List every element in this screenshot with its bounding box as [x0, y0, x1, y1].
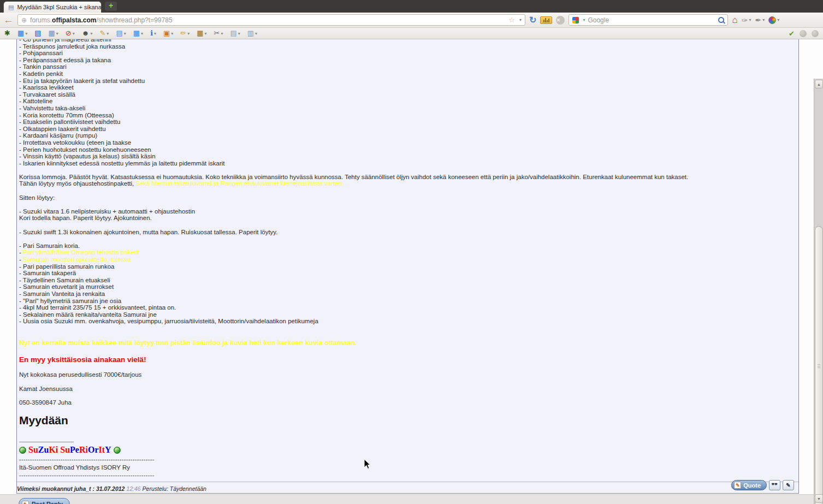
- post-text-line: - Olkatappien laakerit vaihdettu: [19, 126, 794, 133]
- post-text-line: - Pari paperillista samurain runkoa: [19, 263, 794, 270]
- blank-line: [19, 167, 794, 174]
- post-text-line: - Iskarien kiinnitykset edessä nostettu …: [19, 160, 794, 167]
- post-text-line: - Samurain takaperä: [19, 270, 794, 277]
- reload-button[interactable]: ↻: [529, 15, 536, 25]
- status-circle-icon[interactable]: [800, 30, 807, 37]
- signature-team-name: SuZuKi SuPeRiOrItY: [28, 445, 111, 455]
- post-footer-divider: [17, 482, 798, 482]
- quick-reply-button[interactable]: ✎: [783, 480, 794, 490]
- back-button[interactable]: ←: [3, 15, 14, 25]
- blank-line: [19, 378, 794, 386]
- calendar-icon[interactable]: ▦▾: [49, 29, 58, 37]
- post-text-line: - Kaarissa levikkeet: [19, 84, 794, 91]
- user-icon-dropdown[interactable]: ▾: [90, 31, 92, 36]
- document-icon-dropdown[interactable]: ▾: [255, 31, 257, 36]
- search-engine-icon[interactable]: [572, 17, 579, 23]
- blank-line: [19, 235, 794, 242]
- post-text-line: - Sekalainen määrä renkaita/vanteita Sam…: [19, 311, 794, 318]
- highlight-line-yellow: Nyt en kerralla muista kaikkee mitä löyt…: [19, 339, 794, 348]
- home-button[interactable]: ⌂: [732, 15, 737, 26]
- photo-icon-dropdown[interactable]: ▾: [205, 31, 207, 36]
- archive-icon[interactable]: ▣▾: [163, 29, 173, 37]
- colorwheel-dropdown-icon[interactable]: ▾: [777, 17, 779, 22]
- document-icon[interactable]: ▥▾: [247, 29, 257, 37]
- user-icon[interactable]: ☻▾: [82, 29, 93, 37]
- folder-image-icon-dropdown[interactable]: ▾: [141, 31, 143, 36]
- post-text: -: [19, 256, 23, 263]
- post-text-line: Korissa lommoja. Päästöt hyvät. Katsastu…: [19, 174, 794, 181]
- green-smiley-icon: [19, 447, 26, 454]
- marker-icon-dropdown[interactable]: ▾: [106, 31, 109, 36]
- copy-icon[interactable]: ▤▾: [230, 29, 240, 37]
- feather-icon[interactable]: ✑: [742, 16, 748, 25]
- post-heading: Myydään: [19, 414, 794, 427]
- post-text-line: - Kadetin penkit: [19, 70, 794, 78]
- image-icon-dropdown[interactable]: ▾: [25, 31, 27, 36]
- url-bar[interactable]: ⊕ forums.offipalsta.com/showthread.php?t…: [17, 14, 525, 26]
- stop-button[interactable]: ✕: [556, 16, 565, 25]
- pencil-icon-dropdown[interactable]: ▾: [187, 31, 190, 36]
- marker-icon[interactable]: ✎▾: [99, 29, 109, 37]
- block-icon[interactable]: ⊘▾: [66, 29, 75, 37]
- measure-panel-icon[interactable]: [540, 16, 552, 24]
- post-text-line: - Koria korotettu 70mm (Otteessa): [19, 112, 794, 119]
- post-text-line: Nyt kokokasa perusedullisesti 7000€/tarj…: [19, 371, 794, 378]
- eyedropper-dropdown-icon[interactable]: ▾: [762, 17, 765, 22]
- colorwheel-icon[interactable]: [768, 16, 776, 24]
- browser-tab[interactable]: ▤ Myydään 3kpl Suzukia + sikana...: [3, 1, 102, 13]
- blank-line: [19, 348, 794, 355]
- post-text-line: - Teräspunos jarruletkut joka nurkassa: [19, 43, 794, 50]
- status-circle-icon[interactable]: [812, 30, 819, 37]
- block-icon-dropdown[interactable]: ▾: [73, 31, 75, 36]
- search-engine-dropdown-icon[interactable]: ▾: [583, 17, 585, 22]
- list-icon[interactable]: ▤▾: [116, 29, 126, 37]
- yellow-link[interactable]: Sekä Mersun takatukivarret ja Rangen etu…: [136, 180, 344, 187]
- scissors-icon[interactable]: ✂▾: [214, 29, 223, 37]
- yellow-link[interactable]: Samurain moottori apulaitteilla, toimiva: [23, 256, 131, 263]
- info-icon-dropdown[interactable]: ▾: [154, 31, 156, 36]
- bug-icon[interactable]: ✱: [4, 29, 10, 37]
- blank-line: [19, 201, 794, 208]
- yellow-link[interactable]: Pari ylimääräiset Omegan tehostin paketi…: [23, 249, 139, 256]
- vertical-scrollbar[interactable]: ▲ ▼: [814, 79, 823, 504]
- image-icon[interactable]: ▦▾: [17, 29, 27, 37]
- scroll-down-icon[interactable]: ▼: [815, 494, 823, 503]
- post-text-line: - Vahvistettu taka-akseli: [19, 105, 794, 112]
- list-icon-dropdown[interactable]: ▾: [124, 31, 126, 36]
- post-text-line: - Kardaani käsijarru (rumpu): [19, 132, 794, 139]
- new-tab-button[interactable]: +: [105, 2, 117, 11]
- multiquote-button[interactable]: ❞❞: [769, 480, 780, 490]
- book-icon[interactable]: ▤: [34, 29, 41, 37]
- alert-line-red: En myy yksittäisosia ainakaan vielä!: [19, 355, 794, 365]
- search-icon[interactable]: [718, 17, 724, 23]
- scissors-icon-dropdown[interactable]: ▾: [221, 31, 223, 36]
- pencil-icon[interactable]: ✏▾: [180, 29, 190, 37]
- check-icon[interactable]: ✔: [789, 29, 795, 38]
- bookmark-dropdown-icon[interactable]: ▾: [519, 17, 522, 22]
- eyedropper-icon[interactable]: ✒: [755, 16, 761, 25]
- post-text-line: - Samurain moottori apulaitteilla, toimi…: [19, 256, 794, 263]
- scroll-up-icon[interactable]: ▲: [815, 80, 823, 88]
- feather-dropdown-icon[interactable]: ▾: [749, 17, 751, 22]
- post-body: - Cb puhelin ja magneetti antenni- Teräs…: [17, 39, 798, 427]
- post-text-line: - Peräpanssarit edessä ja takana: [19, 57, 794, 64]
- quote-pencil-icon: ✎: [734, 482, 741, 489]
- photo-icon[interactable]: ▦▾: [197, 29, 206, 37]
- quote-button[interactable]: ✎ Quote: [731, 480, 767, 490]
- post-text-line: 050-3590847 Juha: [19, 399, 794, 406]
- calendar-icon-dropdown[interactable]: ▾: [56, 31, 58, 36]
- post-text-line: - Suzuki swift 1.3i kokonainen ajokuntoi…: [19, 229, 794, 236]
- blank-line: [19, 392, 794, 399]
- post-reply-button[interactable]: ✎ Post Reply: [19, 498, 70, 504]
- post-text-line: - Perien huohotukset nostettu konehuonee…: [19, 146, 794, 153]
- copy-icon-dropdown[interactable]: ▾: [238, 31, 240, 36]
- post-reply-pencil-icon: ✎: [22, 501, 29, 504]
- post-reply-label: Post Reply: [32, 501, 63, 504]
- bookmark-star-icon[interactable]: ☆: [508, 16, 515, 24]
- archive-icon-dropdown[interactable]: ▾: [171, 31, 173, 36]
- scrollbar-thumb[interactable]: [815, 226, 823, 504]
- folder-image-icon[interactable]: ▦▾: [133, 29, 143, 37]
- search-bar[interactable]: ▾ Google: [569, 14, 728, 26]
- edit-note-time: 12:46: [125, 485, 142, 492]
- info-icon[interactable]: ℹ▾: [150, 29, 156, 37]
